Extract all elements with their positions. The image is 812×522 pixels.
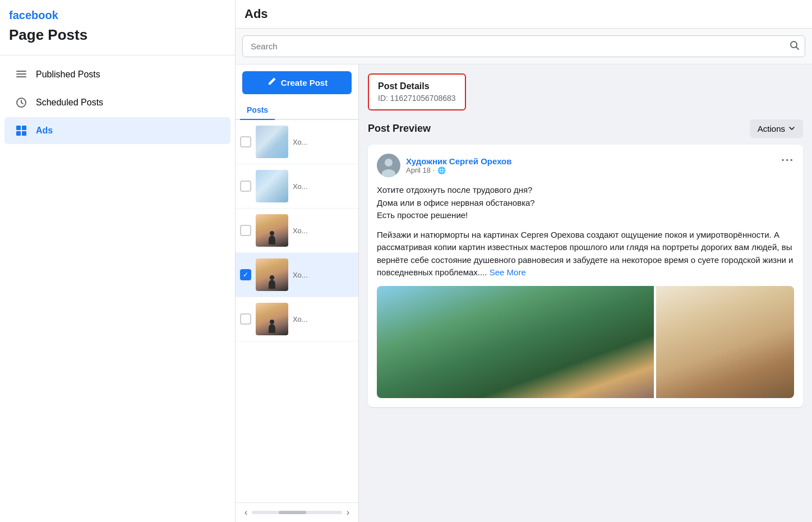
post-thumbnail-2 [256,170,288,202]
sidebar-item-label-scheduled: Scheduled Posts [36,98,103,108]
fb-post-card: Художник Сергей Орехов April 18 · 🌐 ··· [368,145,803,407]
list-item[interactable]: Хо... [236,209,358,253]
create-post-button[interactable]: Create Post [242,71,352,94]
svg-rect-4 [16,126,21,130]
sidebar-item-ads[interactable]: Ads [4,117,230,144]
post-checkbox-4[interactable]: ✓ [240,269,251,280]
post-more-options-button[interactable]: ··· [781,154,794,167]
content-area: Create Post Posts Хо... [236,64,812,522]
scroll-bar-thumb [279,511,306,514]
chevron-down-icon [788,124,795,133]
post-text-preview-3: Хо... [293,227,308,235]
post-body-line2: Дома или в офисе нервная обстановка? [377,197,794,210]
avatar [377,154,400,177]
facebook-logo: facebook [9,9,226,22]
svg-rect-6 [16,131,21,136]
create-post-icon [266,77,276,89]
search-bar [236,29,812,64]
sidebar-item-label-published: Published Posts [36,70,100,80]
post-text-preview-4: Хо... [293,271,308,279]
posts-list: Хо... Хо... Хо... [236,120,358,502]
create-post-label: Create Post [281,78,327,87]
post-text-preview-5: Хо... [293,315,308,324]
page-title: Page Posts [9,26,226,44]
sidebar-item-label-ads: Ads [36,126,53,136]
post-details-box: Post Details ID: 116271056708683 [368,73,466,110]
top-bar: Ads [236,0,812,29]
more-options-icon: ··· [781,154,794,166]
svg-rect-0 [16,71,26,72]
author-name[interactable]: Художник Сергей Орехов [406,156,512,166]
search-input[interactable] [242,35,805,57]
see-more-link[interactable]: See More [490,267,526,277]
list-item[interactable]: Хо... [236,297,358,341]
sidebar-item-published[interactable]: Published Posts [4,61,230,88]
post-image-landscape [377,286,654,398]
post-thumbnail-5 [256,303,288,335]
actions-button[interactable]: Actions [750,119,803,138]
scroll-left-icon[interactable]: ‹ [244,507,247,518]
tab-posts[interactable]: Posts [240,101,275,120]
post-body-line1: Хотите отдохнуть после трудового дня? [377,184,794,197]
post-checkbox-1[interactable] [240,136,251,147]
post-thumbnail-4 [256,258,288,291]
svg-point-10 [385,159,393,167]
post-detail-panel: Post Details ID: 116271056708683 Post Pr… [359,64,812,522]
sidebar-navigation: Published Posts Scheduled Posts [0,56,235,150]
main-area: Ads Create Post [236,0,812,522]
scroll-controls: ‹ › [236,502,358,522]
post-details-id: ID: 116271056708683 [378,94,456,103]
search-input-wrapper [242,35,805,57]
post-details-title: Post Details [378,81,456,91]
separator: · [433,166,435,174]
clock-icon [13,95,29,110]
scroll-right-icon[interactable]: › [347,507,349,518]
svg-rect-1 [16,73,26,75]
fb-post-author: Художник Сергей Орехов April 18 · 🌐 [377,154,512,177]
post-text-preview-2: Хо... [293,182,308,191]
list-item[interactable]: Хо... [236,164,358,209]
post-text-preview-1: Хо... [293,138,308,146]
list-item[interactable]: ✓ Хо... [236,253,358,297]
post-thumbnail-1 [256,126,288,158]
post-body-paragraph2: Пейзажи и натюрморты на картинах Сергея … [377,229,794,279]
posts-panel: Create Post Posts Хо... [236,64,359,522]
post-checkbox-5[interactable] [240,313,251,325]
svg-rect-7 [22,131,26,136]
sidebar-item-scheduled[interactable]: Scheduled Posts [4,89,230,116]
search-icon [790,40,800,53]
post-checkbox-3[interactable] [240,225,251,236]
post-meta: April 18 · 🌐 [406,166,512,174]
list-item[interactable]: Хо... [236,120,358,164]
post-body-line3: Есть простое решение! [377,209,794,222]
globe-icon: 🌐 [437,167,446,174]
post-checkbox-2[interactable] [240,181,251,192]
post-image-portrait [656,286,794,398]
svg-rect-2 [16,76,26,77]
svg-rect-5 [22,126,26,130]
sidebar-header: facebook Page Posts [0,0,235,56]
post-date: April 18 [406,166,431,174]
post-preview-header: Post Preview Actions [368,119,803,138]
sidebar: facebook Page Posts Published Posts [0,0,236,522]
fb-post-body: Хотите отдохнуть после трудового дня? До… [377,184,794,279]
actions-label: Actions [758,124,785,133]
ads-icon [13,123,29,138]
post-images [377,286,794,398]
post-preview-title: Post Preview [368,123,431,135]
author-info: Художник Сергей Орехов April 18 · 🌐 [406,156,512,174]
scroll-bar-track [252,511,342,514]
post-thumbnail-3 [256,214,288,247]
fb-post-top: Художник Сергей Орехов April 18 · 🌐 ··· [377,154,794,177]
top-bar-title: Ads [244,7,268,21]
posts-tabs: Posts [236,101,358,120]
list-icon [13,67,29,82]
